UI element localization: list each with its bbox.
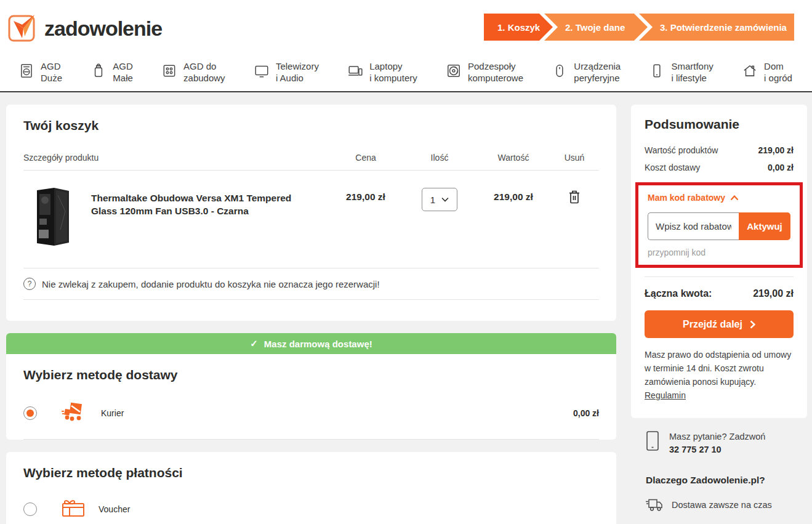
fan-icon: [446, 63, 462, 81]
annotation-highlight-box: Mam kod rabatowy Aktywuj przypomnij kod: [635, 182, 803, 268]
quantity-select[interactable]: 1: [422, 188, 457, 211]
mouse-icon: [552, 63, 568, 81]
brand-logo[interactable]: zadowolenie: [7, 11, 162, 46]
shipping-label: Koszt dostawy: [645, 163, 700, 172]
cart-section: Twój koszyk Szczegóły produktu Cena Iloś…: [6, 105, 616, 321]
phone-help: Masz pytanie? Zadzwoń 32 775 27 10: [646, 430, 807, 456]
trash-icon[interactable]: [567, 189, 582, 205]
nav-label: AGD dozabudowy: [183, 60, 225, 84]
radio-selected[interactable]: [23, 406, 37, 420]
product-image[interactable]: [23, 187, 91, 249]
question-icon: ?: [23, 278, 36, 290]
phone-number[interactable]: 32 775 27 10: [669, 445, 722, 454]
step-order-confirmation[interactable]: 3. Potwierdzenie zamówienia: [639, 14, 794, 41]
nav-urzadzenia-peryferyjne[interactable]: Urządzeniaperyferyjne: [552, 60, 621, 84]
total-label: Łączna kwota:: [645, 288, 712, 299]
nav-label: AGDMałe: [113, 60, 133, 84]
shipping-value: 0,00 zł: [768, 163, 794, 172]
delivery-option-price: 0,00 zł: [573, 408, 599, 418]
house-icon: [742, 63, 758, 81]
checkout-steps: 1. Koszyk 2. Twoje dane 3. Potwierdzenie…: [484, 14, 794, 41]
laptop-icon: [347, 63, 363, 81]
tv-icon: [254, 63, 270, 81]
col-qty: Ilość: [402, 153, 477, 163]
summary-shipping-row: Koszt dostawy 0,00 zł: [645, 163, 794, 172]
activate-code-button[interactable]: Aktywuj: [739, 212, 790, 240]
courier-truck-icon: [62, 401, 87, 425]
col-value: Wartość: [477, 153, 550, 163]
delivery-section: Wybierz metodę dostawy Kurier 0,00 zł: [6, 354, 616, 440]
summary-divider: [645, 276, 794, 277]
built-in-oven-icon: [161, 63, 177, 81]
discount-code-input[interactable]: [648, 212, 739, 240]
total-row: Łączna kwota: 219,00 zł: [645, 288, 794, 299]
col-remove: Usuń: [550, 153, 599, 163]
cart-note: ? Nie zwlekaj z zakupem, dodanie produkt…: [23, 268, 599, 300]
step-cart[interactable]: 1. Koszyk: [484, 14, 553, 41]
washing-machine-icon: [18, 63, 34, 81]
chevron-up-icon: [730, 195, 739, 201]
nav-telewizory-audio[interactable]: Telewizoryi Audio: [254, 60, 319, 84]
nav-agd-male[interactable]: AGDMałe: [90, 60, 133, 84]
withdrawal-legal-text: Masz prawo do odstąpienia od umowy w ter…: [645, 348, 794, 402]
radio-unselected[interactable]: [23, 502, 37, 516]
discount-code-toggle[interactable]: Mam kod rabatowy: [648, 193, 790, 203]
delivery-title: Wybierz metodę dostawy: [23, 368, 599, 382]
brand-name: zadowolenie: [44, 17, 162, 41]
product-value: 219,00 zł: [477, 187, 550, 203]
free-delivery-banner: ✓ Masz darmową dostawę!: [6, 333, 616, 354]
delivery-truck-icon: [646, 498, 663, 512]
voucher-gift-icon: [62, 499, 85, 520]
products-label: Wartość produktów: [645, 145, 718, 155]
chevron-right-icon: [750, 320, 755, 329]
product-name[interactable]: Thermaltake Obudowa Versa XM1 Tempered G…: [91, 187, 294, 217]
summary-products-row: Wartość produktów 219,00 zł: [645, 145, 794, 155]
nav-laptopy-komputery[interactable]: Laptopyi komputery: [347, 60, 417, 84]
kettle-icon: [90, 63, 107, 81]
nav-label: Domi ogród: [764, 60, 792, 84]
nav-label: Podzespołykomputerowe: [468, 60, 523, 84]
header: zadowolenie 1. Koszyk 2. Twoje dane 3. P…: [0, 0, 812, 53]
payment-section: Wybierz metodę płatności Voucher: [6, 452, 616, 524]
nav-smartfony-lifestyle[interactable]: Smartfonyi lifestyle: [649, 60, 713, 84]
category-nav: AGDDuże AGDMałe AGD dozabudowy Telewizor…: [0, 53, 812, 92]
col-product-details: Szczegóły produktu: [23, 153, 329, 163]
remind-code-link[interactable]: przypomnij kod: [648, 248, 790, 257]
summary-section: Podsumowanie Wartość produktów 219,00 zł…: [631, 105, 807, 418]
col-price: Cena: [329, 153, 402, 163]
remove-cell: [550, 187, 599, 205]
nav-agd-duze[interactable]: AGDDuże: [18, 60, 62, 84]
why-title: Dlaczego Zadowolenie.pl?: [646, 475, 807, 486]
nav-agd-do-zabudowy[interactable]: AGD dozabudowy: [161, 60, 225, 84]
nav-label: Urządzeniaperyferyjne: [574, 60, 621, 84]
delivery-option-kurier[interactable]: Kurier 0,00 zł: [23, 382, 599, 440]
nav-label: Smartfonyi lifestyle: [671, 60, 713, 84]
summary-title: Podsumowanie: [645, 117, 794, 132]
payment-title: Wybierz metodę płatności: [23, 466, 599, 480]
main-content: Twój koszyk Szczegóły produktu Cena Iloś…: [6, 105, 807, 524]
chevron-down-icon: [441, 197, 449, 202]
cart-note-text: Nie zwlekaj z zakupem, dodanie produktu …: [42, 279, 380, 289]
regulamin-link[interactable]: Regulamin: [645, 390, 686, 400]
why-item-delivery: Dostawa zawsze na czas: [646, 498, 807, 512]
cart-row: Thermaltake Obudowa Versa XM1 Tempered G…: [23, 171, 599, 268]
step-your-data[interactable]: 2. Twoje dane: [544, 14, 648, 41]
nav-podzespoly-komputerowe[interactable]: Podzespołykomputerowe: [446, 60, 523, 84]
nav-label: Laptopyi komputery: [369, 60, 417, 84]
smartphone-icon: [649, 63, 665, 81]
quantity-value: 1: [430, 195, 435, 205]
phone-icon: [646, 430, 659, 451]
cart-title: Twój koszyk: [23, 118, 599, 133]
payment-option-voucher[interactable]: Voucher: [23, 480, 599, 524]
proceed-button[interactable]: Przejdź dalej: [645, 310, 794, 338]
nav-dom-ogrod[interactable]: Domi ogród: [742, 60, 792, 84]
nav-label: Telewizoryi Audio: [276, 60, 319, 84]
help-line: Masz pytanie? Zadzwoń: [669, 432, 765, 441]
why-item-label: Dostawa zawsze na czas: [672, 500, 772, 510]
delivery-option-label: Kurier: [101, 408, 124, 418]
cart-table-header: Szczegóły produktu Cena Ilość Wartość Us…: [23, 153, 599, 171]
quantity-cell: 1: [402, 187, 477, 211]
free-delivery-text: Masz darmową dostawę!: [264, 339, 372, 349]
brand-checkmark-icon: [7, 11, 38, 46]
nav-label: AGDDuże: [41, 60, 62, 84]
